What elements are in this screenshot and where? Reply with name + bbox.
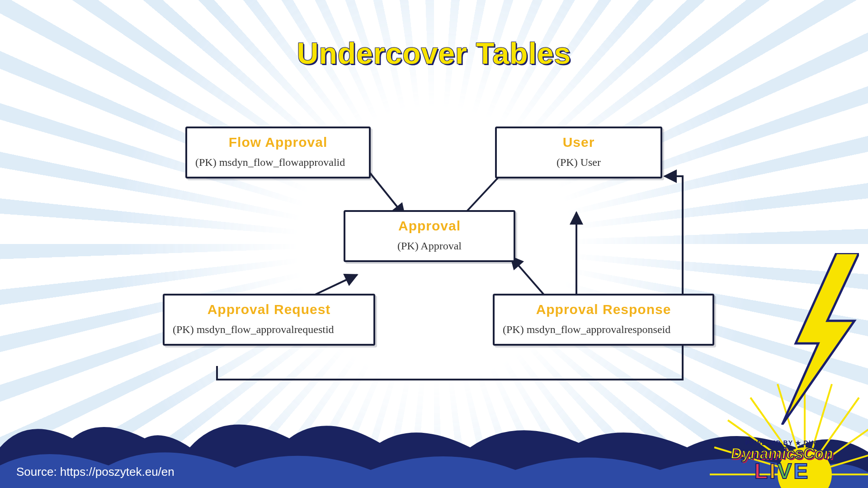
entity-approval-response: Approval Response (PK) msdyn_flow_approv… (493, 294, 714, 346)
svg-marker-0 (782, 253, 859, 425)
entity-title: User (505, 135, 652, 150)
entity-flow-approval: Flow Approval (PK) msdyn_flow_flowapprov… (185, 127, 371, 178)
entity-pk: (PK) msdyn_flow_approvalrequestid (173, 324, 365, 336)
entity-title: Approval Request (173, 302, 365, 317)
source-citation: Source: https://poszytek.eu/en (16, 465, 175, 479)
event-logo: POWERED BY ★ DUG DynamicsCon LIVE (710, 439, 854, 483)
lightning-bolt-icon (769, 253, 859, 425)
entity-user: User (PK) User (495, 127, 662, 178)
entity-pk: (PK) User (505, 156, 652, 169)
entity-pk: (PK) msdyn_flow_flowapprovalid (195, 156, 361, 169)
entity-approval-request: Approval Request (PK) msdyn_flow_approva… (163, 294, 375, 346)
entity-title: Flow Approval (195, 135, 361, 150)
slide-title: Undercover Tables (0, 36, 868, 70)
entity-title: Approval (354, 218, 505, 234)
entity-approval: Approval (PK) Approval (344, 210, 515, 262)
logo-name: DynamicsCon (709, 446, 855, 460)
entity-pk: (PK) msdyn_flow_approvalresponseid (503, 324, 704, 336)
entity-title: Approval Response (503, 302, 704, 317)
entity-pk: (PK) Approval (354, 240, 505, 252)
logo-subname: LIVE (710, 459, 854, 483)
